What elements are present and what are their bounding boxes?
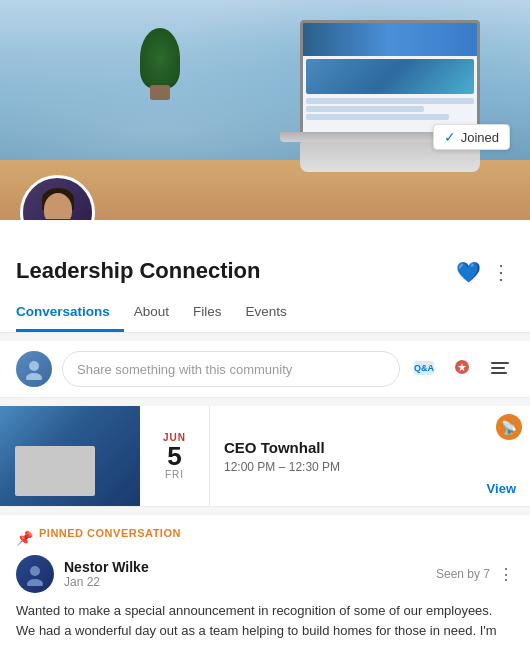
event-title: CEO Townhall [224, 439, 516, 456]
event-card: JUN 5 FRI CEO Townhall 12:00 PM – 12:30 … [0, 406, 530, 507]
svg-point-11 [27, 579, 43, 586]
event-day: 5 [167, 443, 181, 469]
share-box: Share something with this community Q&A [0, 341, 530, 398]
svg-text:Q&A: Q&A [414, 363, 435, 373]
tab-files[interactable]: Files [193, 296, 236, 332]
pinned-conversation-section: 📌 Pinned Conversation Nestor Wilke Jan 2… [0, 515, 530, 646]
svg-point-10 [30, 566, 40, 576]
event-thumbnail [0, 406, 140, 506]
like-button[interactable]: 💙 [454, 258, 483, 286]
badge-icon[interactable] [448, 355, 476, 383]
pinned-label: Pinned Conversation [39, 527, 181, 539]
post-author-info: Nestor Wilke Jan 22 [64, 559, 149, 589]
post-header: Nestor Wilke Jan 22 Seen by 7 ⋮ [16, 555, 514, 593]
more-options-button[interactable]: ⋮ [489, 258, 514, 286]
community-info-section: Leadership Connection 💙 ⋮ Conversations … [0, 220, 530, 333]
qa-icon[interactable]: Q&A [410, 355, 438, 383]
check-icon: ✓ [444, 129, 456, 145]
tab-bar: Conversations About Files Events [16, 296, 514, 332]
post-author-avatar [16, 555, 54, 593]
community-actions: 💙 ⋮ [454, 258, 514, 286]
joined-badge[interactable]: ✓ Joined [433, 124, 510, 150]
svg-rect-9 [491, 372, 507, 374]
joined-label: Joined [461, 130, 499, 145]
post-author-area: Nestor Wilke Jan 22 [16, 555, 149, 593]
live-waves-icon: 📡 [501, 420, 517, 435]
list-icon[interactable] [486, 355, 514, 383]
event-details: CEO Townhall 12:00 PM – 12:30 PM [210, 406, 530, 506]
share-input[interactable]: Share something with this community [62, 351, 400, 387]
svg-point-1 [26, 373, 42, 380]
event-view-button[interactable]: View [487, 481, 516, 496]
event-date-badge: JUN 5 FRI [140, 406, 210, 506]
svg-rect-8 [491, 367, 505, 369]
profile-avatar [20, 175, 95, 220]
share-action-icons: Q&A [410, 355, 514, 383]
event-time: 12:00 PM – 12:30 PM [224, 460, 516, 474]
tab-events[interactable]: Events [246, 296, 301, 332]
plant-decoration [140, 20, 180, 100]
event-weekday: FRI [165, 469, 184, 480]
svg-rect-7 [491, 362, 509, 364]
post-more-button[interactable]: ⋮ [498, 565, 514, 584]
live-badge: 📡 [496, 414, 522, 440]
user-avatar [16, 351, 52, 387]
share-placeholder: Share something with this community [77, 362, 292, 377]
pin-icon: 📌 [16, 530, 33, 546]
post-body: Wanted to make a special announcement in… [16, 601, 514, 646]
tab-conversations[interactable]: Conversations [16, 296, 124, 332]
post-author-name: Nestor Wilke [64, 559, 149, 575]
laptop-illustration [280, 20, 500, 180]
seen-count: Seen by 7 [436, 567, 490, 581]
community-title: Leadership Connection [16, 258, 260, 284]
post-date: Jan 22 [64, 575, 149, 589]
tab-about[interactable]: About [134, 296, 183, 332]
post-meta: Seen by 7 ⋮ [436, 565, 514, 584]
post-text: Wanted to make a special announcement in… [16, 603, 503, 646]
hero-banner: ✓ Joined [0, 0, 530, 220]
svg-point-0 [29, 361, 39, 371]
